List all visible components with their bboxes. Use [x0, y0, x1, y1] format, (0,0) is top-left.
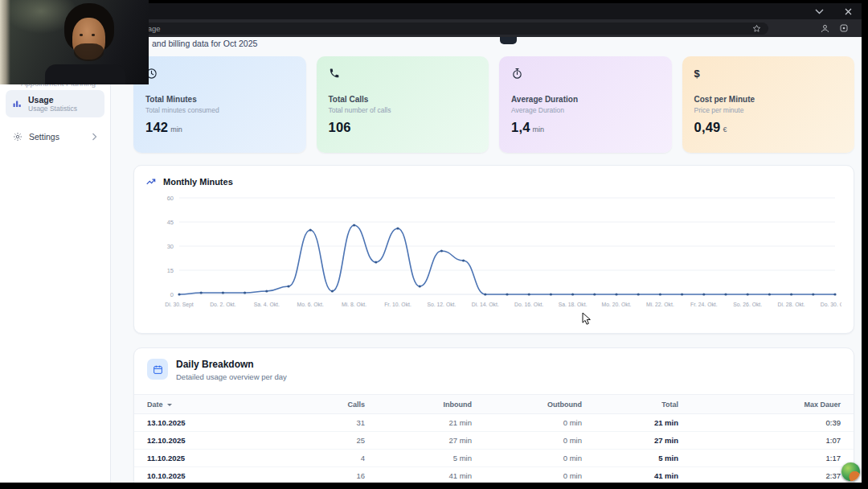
sidebar-settings-label: Settings — [29, 132, 85, 142]
table-subtitle: Detailed usage overview per day — [176, 372, 287, 381]
stat-card-average-duration: Average Duration Average Duration 1,4min — [499, 56, 672, 153]
bookmark-star-icon[interactable] — [752, 24, 761, 33]
y-tick-label: 0 — [170, 291, 174, 298]
stat-title: Total Calls — [329, 95, 477, 104]
table-cell: 41 min — [365, 471, 472, 480]
stat-title: Total Minutes — [145, 95, 294, 104]
partial-header-button[interactable] — [500, 37, 517, 44]
column-header-max-dauer: Max Dauer — [678, 401, 841, 409]
chart-point — [571, 293, 574, 295]
table-cell: 1:07 — [678, 436, 841, 445]
chart-point — [200, 291, 203, 294]
stat-card-cost-per-minute: $ Cost per Minute Price per minute 0,49€ — [682, 56, 855, 153]
stat-value: 0,49€ — [694, 120, 843, 135]
stat-card-total-calls: Total Calls Total number of calls 106 — [317, 56, 489, 153]
stat-value: 1,4min — [511, 120, 660, 135]
stat-title: Average Duration — [511, 95, 660, 104]
column-header-date[interactable]: Date — [147, 401, 276, 409]
table-header-row: DateCallsInboundOutboundTotalMax Dauer — [134, 394, 854, 414]
stat-value: 106 — [329, 120, 477, 135]
chart-point — [484, 293, 486, 295]
table-cell: 0 min — [472, 454, 582, 462]
table-cell: 21 min — [365, 418, 472, 427]
y-tick-label: 30 — [167, 243, 174, 250]
table-cell: 2:37 — [678, 471, 841, 480]
chart-point — [222, 291, 224, 294]
x-tick-label: Mo. 20. Okt. — [601, 302, 631, 307]
chart-point — [396, 227, 399, 229]
column-header-calls: Calls — [276, 401, 365, 409]
webcam-person-beard — [74, 43, 104, 61]
url-bar[interactable]: http://localhost:3001/usage — [47, 23, 768, 35]
extensions-icon[interactable] — [839, 23, 849, 33]
mouse-cursor — [582, 312, 592, 329]
column-header-total: Total — [582, 401, 678, 409]
webcam-person-body — [45, 64, 125, 84]
stat-cards-row: Total Minutes Total minutes consumed 142… — [133, 56, 854, 153]
webcam-light-strip — [0, 0, 10, 84]
webcam-overlay — [0, 0, 149, 84]
table-cell: 31 — [276, 418, 365, 427]
chart-point — [615, 293, 617, 295]
chart-point — [637, 293, 640, 295]
chart-point — [812, 293, 814, 295]
x-tick-label: Mo. 6. Okt. — [297, 302, 324, 307]
daily-breakdown-card: Daily Breakdown Detailed usage overview … — [133, 347, 854, 483]
chart-point — [440, 249, 443, 252]
page-subtitle: and billing data for Oct 2025 — [152, 39, 257, 48]
table-cell: 5 min — [365, 454, 472, 462]
chart-point — [659, 293, 661, 295]
table-cell: 0 min — [472, 471, 582, 480]
x-tick-label: Fr. 24. Okt. — [690, 302, 718, 307]
profile-icon[interactable] — [820, 23, 830, 34]
chevron-right-icon — [92, 133, 97, 141]
calendar-icon — [147, 359, 168, 380]
column-header-outbound: Outbound — [472, 401, 582, 409]
sidebar-item-settings[interactable]: Settings — [6, 129, 104, 145]
y-tick-label: 45 — [167, 219, 174, 226]
stat-subtitle: Price per minute — [694, 106, 843, 114]
table-cell: 0 min — [472, 436, 582, 445]
sort-chevron-icon — [167, 404, 172, 406]
monthly-minutes-chart: 015304560Di. 30. SeptDo. 2. Okt.Sa. 4. O… — [142, 191, 854, 313]
table-row: 12.10.20252527 min0 min27 min1:07 — [134, 432, 854, 450]
floating-widget-logo[interactable] — [841, 462, 860, 481]
x-tick-label: Do. 2. Okt. — [210, 302, 236, 307]
window-close-icon[interactable] — [845, 8, 852, 15]
app-sidebar: Appointment Planning Usage Usage Statist… — [0, 37, 111, 483]
phone-icon — [329, 68, 477, 82]
chart-point — [593, 293, 596, 295]
sidebar-usage-label: Usage — [28, 95, 77, 105]
stat-subtitle: Total minutes consumed — [145, 106, 294, 114]
chart-point — [331, 290, 334, 292]
chart-point — [353, 224, 355, 226]
chart-point — [550, 293, 552, 295]
stat-card-total-minutes: Total Minutes Total minutes consumed 142… — [133, 56, 306, 153]
table-cell: 0:39 — [678, 418, 841, 427]
table-cell: 21 min — [582, 418, 678, 427]
chart-point — [790, 293, 792, 295]
table-cell: 10.10.2025 — [147, 471, 276, 480]
table-row: 13.10.20253121 min0 min21 min0:39 — [134, 414, 854, 432]
x-tick-label: Fr. 10. Okt. — [384, 302, 411, 307]
chart-point — [265, 290, 268, 292]
chart-point — [375, 261, 377, 263]
chart-point — [681, 293, 683, 295]
table-body: 13.10.20253121 min0 min21 min0:3912.10.2… — [134, 414, 854, 483]
sidebar-item-usage[interactable]: Usage Usage Statistics — [6, 90, 104, 117]
x-tick-label: Mi. 8. Okt. — [342, 302, 366, 307]
table-cell: 4 — [276, 454, 365, 462]
x-tick-label: Do. 30. Okt. — [821, 302, 841, 307]
chart-point — [287, 285, 289, 287]
stat-subtitle: Total number of calls — [329, 106, 477, 114]
dollar-icon: $ — [694, 68, 843, 82]
table-cell: 13.10.2025 — [147, 418, 276, 427]
table-cell: 1:17 — [678, 454, 841, 462]
clock-icon — [145, 68, 294, 82]
chart-point — [747, 293, 749, 295]
gear-icon — [13, 132, 23, 142]
bar-chart-icon — [12, 99, 22, 109]
tab-search-chevron-icon[interactable] — [815, 9, 824, 14]
chart-point — [702, 293, 705, 295]
table-row: 10.10.20251641 min0 min41 min2:37 — [134, 467, 854, 483]
